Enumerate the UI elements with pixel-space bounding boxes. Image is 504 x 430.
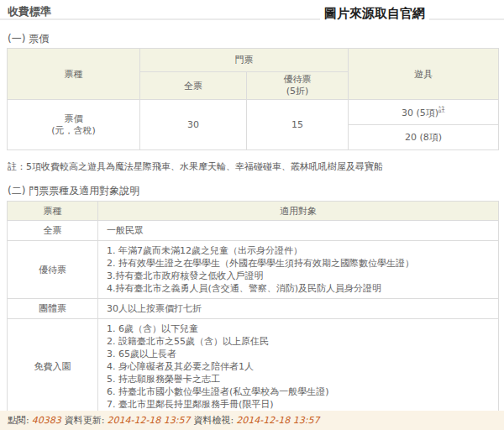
image-source-note: 圖片來源取自官網 [320,5,429,22]
col-header-ticket-type: 票種 [8,49,140,100]
col-header-applicable: 適用對象 [98,202,499,221]
applicable-lines: 30人以上按票價打七折 [107,302,490,315]
ticket-price-table: 票種 門票 遊具 全票 優待票 (5折) 票價 (元，含稅) 30 15 30 … [7,48,499,150]
ticket-type-description-table: 票種 適用對象 全票 一般民眾 優待票 1. 年滿7歲而未滿12歲之兒童（出示身… [7,201,499,415]
views-label: 點閱: [8,414,29,427]
col-header-discount-ticket: 優待票 (5折) [247,72,349,100]
discount-ticket-sub: (5折) [247,86,348,97]
fee-standards-page: 收費標準 圖片來源取自官網 (一) 票價 票種 門票 遊具 全票 優待票 (5折… [0,0,504,430]
rides-price-high-value: 30 (5項) [402,108,438,118]
reviewed-label: 資料檢視: [194,414,234,427]
table-row-free-admission: 免費入園 1. 6歲（含）以下兒童 2. 設籍臺北市之55歲（含）以上原住民 3… [8,319,499,415]
applicable-cell: 30人以上按票價打七折 [98,299,499,319]
discount-ticket-price: 15 [247,100,349,150]
rides-price-high: 30 (5項)註 [349,100,499,125]
ticket-type-cell: 免費入園 [8,319,98,415]
rides-footnote: 註：5項收費較高之遊具為魔法星際飛車、水果摩天輪、幸福碰碰車、叢林吼吼樹屋及尋寶… [8,160,383,173]
rides-note-superscript: 註 [438,106,445,113]
col-header-admission: 門票 [140,49,349,72]
rides-price-low: 20 (8項) [349,125,499,150]
discount-ticket-label: 優待票 [247,74,348,86]
ticket-type-cell: 優待票 [8,241,98,299]
col-header-rides: 遊具 [349,49,499,100]
applicable-lines: 1. 年滿7歲而未滿12歲之兒童（出示身分證件） 2. 持有效學生證之在學學生（… [107,244,490,295]
ticket-type-cell: 團體票 [8,299,98,319]
applicable-cell: 一般民眾 [98,221,499,241]
updated-label: 資料更新: [65,414,105,427]
col-header-type: 票種 [8,202,98,221]
col-header-full-ticket: 全票 [140,72,247,100]
views-count: 40383 [32,415,61,426]
section2-heading: (二) 門票票種及適用對象說明 [8,184,139,198]
updated-timestamp: 2014-12-18 13:57 [107,415,190,426]
applicable-lines: 1. 6歲（含）以下兒童 2. 設籍臺北市之55歲（含）以上原住民 3. 65歲… [107,322,490,411]
table-row-full-ticket: 全票 一般民眾 [8,221,499,241]
reviewed-timestamp: 2014-12-18 13:57 [236,415,319,426]
full-ticket-price: 30 [140,100,247,150]
price-row-label: 票價 (元，含稅) [8,100,140,150]
page-title: 收費標準 [8,4,51,19]
page-footer: 點閱: 40383 資料更新: 2014-12-18 13:57 資料檢視: 2… [0,411,504,430]
applicable-cell: 1. 6歲（含）以下兒童 2. 設籍臺北市之55歲（含）以上原住民 3. 65歲… [98,319,499,415]
ticket-type-cell: 全票 [8,221,98,241]
applicable-lines: 一般民眾 [107,224,490,237]
applicable-cell: 1. 年滿7歲而未滿12歲之兒童（出示身分證件） 2. 持有效學生證之在學學生（… [98,241,499,299]
table-row-discount-ticket: 優待票 1. 年滿7歲而未滿12歲之兒童（出示身分證件） 2. 持有效學生證之在… [8,241,499,299]
price-label: 票價 [8,113,139,125]
section1-heading: (一) 票價 [8,32,49,46]
table-row-group-ticket: 團體票 30人以上按票價打七折 [8,299,499,319]
price-label-sub: (元，含稅) [8,125,139,137]
